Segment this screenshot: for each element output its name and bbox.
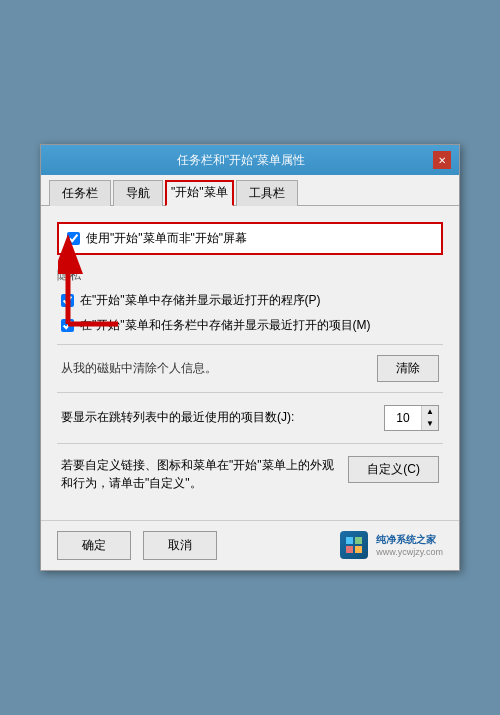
privacy-title: 隐私 <box>57 267 443 284</box>
close-button[interactable]: ✕ <box>433 151 451 169</box>
title-bar: 任务栏和"开始"菜单属性 ✕ <box>41 145 459 175</box>
tab-toolbar[interactable]: 工具栏 <box>236 180 298 206</box>
svg-rect-3 <box>355 546 362 553</box>
recent-programs-checkbox[interactable] <box>61 294 74 307</box>
watermark-area: 纯净系统之家 www.ycwjzy.com <box>340 531 443 559</box>
window-title: 任务栏和"开始"菜单属性 <box>49 152 433 169</box>
cancel-button[interactable]: 取消 <box>143 531 217 560</box>
checkbox-row-2: 在"开始"菜单和任务栏中存储并显示最近打开的项目(M) <box>57 317 443 334</box>
spinner-down-button[interactable]: ▼ <box>422 418 438 430</box>
spinner-buttons: ▲ ▼ <box>421 406 438 430</box>
separator-1 <box>57 344 443 345</box>
dialog-window: 任务栏和"开始"菜单属性 ✕ 任务栏 导航 "开始"菜单 工具栏 <box>40 144 460 570</box>
dialog-footer: 确定 取消 纯净系统之家 www.ycwjzy.com <box>41 520 459 570</box>
svg-rect-1 <box>355 537 362 544</box>
recent-items-label: 在"开始"菜单和任务栏中存储并显示最近打开的项目(M) <box>80 317 371 334</box>
watermark-text: 纯净系统之家 www.ycwjzy.com <box>376 533 443 557</box>
separator-3 <box>57 443 443 444</box>
watermark-url: www.ycwjzy.com <box>376 547 443 557</box>
recent-items-checkbox[interactable] <box>61 319 74 332</box>
use-start-menu-label: 使用"开始"菜单而非"开始"屏幕 <box>86 230 247 247</box>
tabs-bar: 任务栏 导航 "开始"菜单 工具栏 <box>41 175 459 206</box>
privacy-section: 隐私 在"开始"菜单中存储并显示最近打开的程序(P) 在"开始"菜单和任务栏中存… <box>57 267 443 334</box>
spinner-up-button[interactable]: ▲ <box>422 406 438 418</box>
jump-list-input[interactable] <box>385 409 421 427</box>
logo-icon <box>344 535 364 555</box>
recent-programs-label: 在"开始"菜单中存储并显示最近打开的程序(P) <box>80 292 321 309</box>
use-start-menu-box: 使用"开始"菜单而非"开始"屏幕 <box>57 222 443 255</box>
svg-rect-2 <box>346 546 353 553</box>
tab-start-menu[interactable]: "开始"菜单 <box>165 180 234 206</box>
svg-rect-0 <box>346 537 353 544</box>
ok-button[interactable]: 确定 <box>57 531 131 560</box>
separator-2 <box>57 392 443 393</box>
dialog-content: 使用"开始"菜单而非"开始"屏幕 隐私 在"开始"菜单中存储并显示最近打开的程序… <box>41 206 459 519</box>
tab-navigation[interactable]: 导航 <box>113 180 163 206</box>
customize-text: 若要自定义链接、图标和菜单在"开始"菜单上的外观和行为，请单击"自定义"。 <box>61 456 338 492</box>
use-start-menu-checkbox[interactable] <box>67 232 80 245</box>
jump-list-spinner: ▲ ▼ <box>384 405 439 431</box>
number-row: 要显示在跳转列表中的最近使用的项目数(J): ▲ ▼ <box>61 405 439 431</box>
clear-button[interactable]: 清除 <box>377 355 439 382</box>
tab-taskbar[interactable]: 任务栏 <box>49 180 111 206</box>
watermark-site-name: 纯净系统之家 <box>376 533 443 547</box>
title-controls: ✕ <box>433 151 451 169</box>
watermark-logo <box>340 531 368 559</box>
clear-label: 从我的磁贴中清除个人信息。 <box>61 360 217 377</box>
number-label: 要显示在跳转列表中的最近使用的项目数(J): <box>61 409 374 426</box>
checkbox-row-1: 在"开始"菜单中存储并显示最近打开的程序(P) <box>57 292 443 309</box>
customize-row: 若要自定义链接、图标和菜单在"开始"菜单上的外观和行为，请单击"自定义"。 自定… <box>61 456 439 492</box>
clear-row: 从我的磁贴中清除个人信息。 清除 <box>61 355 439 382</box>
customize-button[interactable]: 自定义(C) <box>348 456 439 483</box>
